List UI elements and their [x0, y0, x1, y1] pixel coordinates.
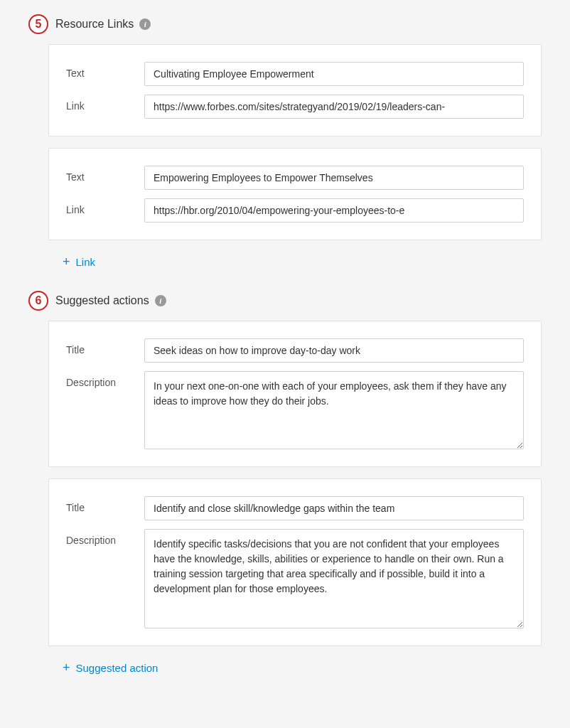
action-title-input[interactable] [144, 338, 524, 363]
add-suggested-action-button[interactable]: + Suggested action [63, 660, 158, 675]
form-row: Link [66, 198, 524, 223]
resource-link-input[interactable] [144, 198, 524, 223]
description-label: Description [66, 371, 144, 388]
suggested-actions-content: Title Description In your next one-on-on… [48, 321, 542, 675]
action-description-textarea[interactable]: Identify specific tasks/decisions that y… [144, 529, 524, 628]
form-row: Description In your next one-on-one with… [66, 371, 524, 449]
info-icon[interactable]: i [155, 295, 166, 306]
section-header: 6 Suggested actions i [28, 291, 542, 311]
form-row: Text [66, 62, 524, 86]
suggested-action-card: Title Description Identify specific task… [48, 478, 542, 646]
text-label: Text [66, 166, 144, 183]
resource-link-card: Text Link [48, 148, 542, 240]
step-number-badge: 6 [28, 291, 48, 311]
plus-icon: + [63, 255, 70, 269]
form-row: Description Identify specific tasks/deci… [66, 529, 524, 628]
description-label: Description [66, 529, 144, 546]
plus-icon: + [63, 660, 70, 675]
section-title: Resource Links [55, 18, 134, 31]
add-action-label: Suggested action [76, 662, 158, 674]
text-label: Text [66, 62, 144, 79]
link-label: Link [66, 95, 144, 112]
section-header: 5 Resource Links i [28, 14, 542, 34]
resource-text-input[interactable] [144, 62, 524, 86]
form-row: Text [66, 166, 524, 190]
add-link-label: Link [76, 256, 96, 268]
title-label: Title [66, 496, 144, 513]
form-row: Title [66, 338, 524, 363]
form-row: Link [66, 95, 524, 119]
resource-links-content: Text Link Text Link + Link [48, 44, 542, 269]
section-title: Suggested actions [55, 294, 149, 307]
add-link-button[interactable]: + Link [63, 255, 95, 269]
resource-link-card: Text Link [48, 44, 542, 136]
title-label: Title [66, 338, 144, 355]
action-title-input[interactable] [144, 496, 524, 520]
action-description-textarea[interactable]: In your next one-on-one with each of you… [144, 371, 524, 449]
resource-link-input[interactable] [144, 95, 524, 119]
info-icon[interactable]: i [139, 18, 151, 30]
suggested-actions-section: 6 Suggested actions i Title Description … [28, 291, 542, 675]
suggested-action-card: Title Description In your next one-on-on… [48, 321, 542, 467]
step-number-badge: 5 [28, 14, 48, 34]
resource-text-input[interactable] [144, 166, 524, 190]
link-label: Link [66, 198, 144, 215]
form-row: Title [66, 496, 524, 520]
resource-links-section: 5 Resource Links i Text Link Text Link [28, 14, 542, 269]
